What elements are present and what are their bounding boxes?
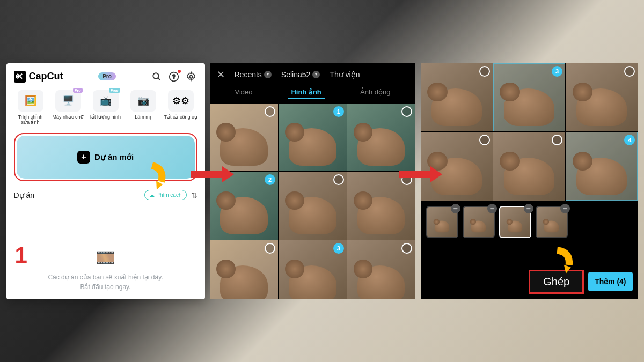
select-circle[interactable] [479, 66, 490, 77]
select-circle[interactable] [624, 66, 635, 77]
tray-thumb[interactable]: − [499, 206, 531, 238]
app-logo: CapCut [14, 71, 63, 83]
select-circle[interactable] [265, 243, 275, 254]
svg-line-1 [158, 78, 160, 80]
image-grid: 3 4 [421, 63, 638, 201]
pro-badge[interactable]: Pro [98, 72, 116, 80]
tools-row: 🖼️Trình chỉnh sửa ảnh Pro🖥️Máy nhắc chữ … [14, 90, 197, 126]
select-circle[interactable] [479, 135, 490, 145]
help-icon[interactable]: ? [168, 71, 180, 83]
chevron-down-icon: ▾ [264, 71, 272, 78]
tab-gif[interactable]: Ảnh động [357, 86, 394, 99]
media-cell[interactable] [347, 104, 415, 172]
tool-label: Làm mị [135, 114, 151, 120]
tool-tag: Free [109, 88, 120, 93]
picker-panel: ✕ Recents▾ Selina52▾ Thư viện Video Hình… [210, 63, 415, 299]
media-cell[interactable] [210, 104, 279, 172]
empty-text-2: Bắt đầu tạo ngay. [14, 282, 197, 292]
close-icon[interactable]: ✕ [217, 69, 225, 80]
film-icon: 🎞️ [14, 247, 197, 269]
remove-icon[interactable]: − [560, 204, 570, 213]
tool-photo-editor[interactable]: 🖼️Trình chỉnh sửa ảnh [14, 90, 47, 126]
select-badge[interactable]: 4 [624, 135, 635, 145]
media-cell[interactable] [421, 63, 493, 132]
tab-image[interactable]: Hình ảnh [288, 86, 324, 99]
projects-heading: Dự án [14, 191, 35, 200]
svg-point-0 [153, 73, 159, 79]
tray-thumb[interactable]: − [536, 206, 568, 238]
svg-text:?: ? [172, 73, 176, 80]
new-project-label: Dự án mới [94, 152, 134, 162]
tab-video[interactable]: Video [231, 86, 255, 99]
select-circle[interactable] [401, 106, 412, 117]
select-circle[interactable] [265, 106, 275, 117]
select-badge[interactable]: 1 [333, 106, 344, 117]
tool-all[interactable]: ⚙⚙Tất cả công cụ [164, 90, 197, 126]
remove-icon[interactable]: − [524, 204, 533, 213]
media-cell[interactable]: 1 [279, 104, 347, 172]
folder-dropdown[interactable]: Selina52▾ [281, 70, 320, 79]
recents-dropdown[interactable]: Recents▾ [235, 70, 272, 79]
media-cell[interactable] [493, 132, 565, 201]
select-circle[interactable] [333, 174, 344, 185]
tool-label: lất lượng hình [90, 114, 121, 120]
media-cell[interactable] [566, 63, 638, 132]
chevron-down-icon: ▾ [312, 71, 320, 78]
image-grid: 1 2 3 [210, 104, 415, 299]
selection-tray: − − − − [421, 201, 638, 243]
select-badge[interactable]: 3 [552, 66, 562, 77]
media-tabs: Video Hình ảnh Ảnh động [210, 86, 415, 104]
select-badge[interactable]: 3 [333, 243, 344, 254]
logo-mark-icon [14, 71, 26, 83]
tool-label: Tất cả công cụ [164, 114, 197, 120]
select-circle[interactable] [552, 135, 562, 145]
tray-thumb[interactable]: − [426, 206, 458, 238]
plus-icon: + [77, 151, 90, 164]
search-icon[interactable] [151, 71, 163, 83]
tool-smooth[interactable]: 📷Làm mị [127, 90, 160, 126]
tool-label: Trình chỉnh sửa ảnh [14, 114, 47, 126]
library-link[interactable]: Thư viện [330, 70, 360, 79]
empty-state: 🎞️ Các dự án của bạn sẽ xuất hiện tại đâ… [6, 247, 205, 292]
remove-icon[interactable]: − [487, 204, 497, 213]
empty-text-1: Các dự án của bạn sẽ xuất hiện tại đây. [14, 272, 197, 282]
remove-icon[interactable]: − [451, 204, 460, 213]
tool-tag: Pro [73, 88, 83, 93]
svg-point-4 [190, 75, 193, 78]
tray-thumb[interactable]: − [463, 206, 495, 238]
media-cell[interactable]: 3 [493, 63, 565, 132]
media-cell[interactable]: 4 [566, 132, 638, 201]
add-button[interactable]: Thêm (4) [588, 272, 632, 291]
settings-icon[interactable] [185, 71, 197, 83]
red-arrow-2 [399, 166, 442, 182]
sort-icon[interactable]: ⇅ [191, 191, 197, 200]
home-panel: CapCut Pro ? 🖼️Trình chỉnh sửa ảnh Pro🖥️… [6, 63, 205, 299]
select-circle[interactable] [401, 243, 412, 254]
app-name: CapCut [29, 71, 63, 82]
media-cell[interactable] [279, 172, 347, 240]
select-badge[interactable]: 2 [265, 174, 275, 185]
media-cell[interactable]: 3 [279, 240, 347, 299]
tool-enhance[interactable]: Free📺lất lượng hình [89, 90, 122, 126]
tool-label: Máy nhắc chữ [52, 114, 83, 120]
media-cell[interactable] [210, 240, 279, 299]
media-cell[interactable] [347, 240, 415, 299]
tool-teleprompter[interactable]: Pro🖥️Máy nhắc chữ [52, 90, 85, 126]
red-arrow-1 [191, 166, 234, 182]
selection-panel: 3 4 − − − − Ghép Thêm (4) [421, 63, 638, 299]
